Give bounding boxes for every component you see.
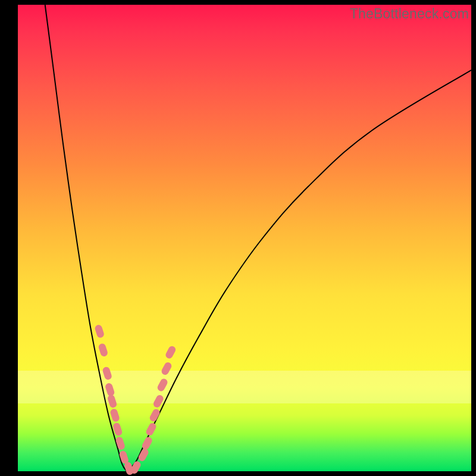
- right-branch: [127, 70, 471, 471]
- bead-marker: [160, 361, 173, 376]
- bead-marker: [164, 345, 177, 360]
- chart-frame: TheBottleneck.com: [0, 0, 476, 476]
- bead-marker: [149, 408, 161, 422]
- bead-marker: [109, 408, 120, 423]
- plot-area: [18, 5, 471, 471]
- bead-marker: [156, 377, 169, 392]
- bead-marker: [105, 382, 115, 397]
- bead-marker: [98, 343, 108, 358]
- right-branch-path: [127, 70, 471, 471]
- bead-marker: [107, 394, 117, 409]
- bead-marker: [145, 422, 158, 437]
- bead-markers: [94, 324, 177, 475]
- bead-marker: [102, 366, 112, 381]
- bead-marker: [94, 324, 105, 339]
- curve-layer: [18, 5, 471, 471]
